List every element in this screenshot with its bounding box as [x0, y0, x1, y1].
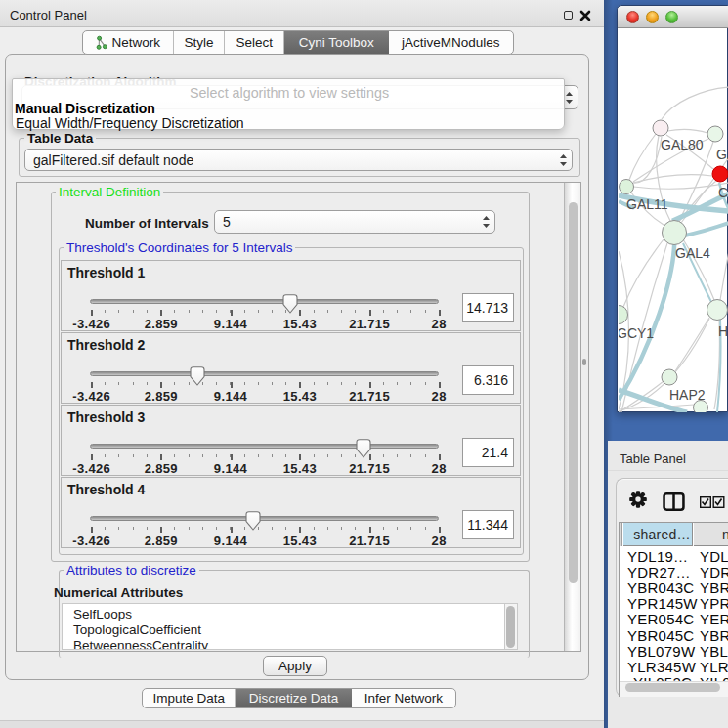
svg-text:GAL11: GAL11	[626, 196, 668, 212]
svg-text:GCY1: GCY1	[619, 325, 654, 341]
svg-text:HAP2: HAP2	[669, 387, 706, 403]
svg-text:GA: GA	[716, 147, 728, 162]
svg-text:GAL80: GAL80	[661, 137, 704, 152]
svg-text:C: C	[718, 185, 728, 200]
svg-text:GAL4: GAL4	[675, 245, 710, 261]
svg-text:H: H	[718, 323, 728, 339]
